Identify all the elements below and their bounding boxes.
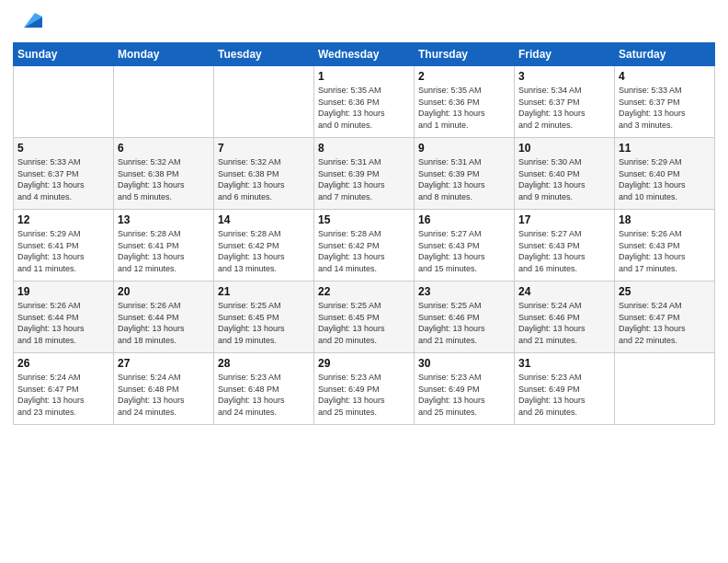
- day-number: 4: [619, 70, 711, 83]
- day-info: Sunrise: 5:32 AM Sunset: 6:38 PM Dayligh…: [118, 156, 210, 202]
- day-info: Sunrise: 5:24 AM Sunset: 6:47 PM Dayligh…: [17, 372, 109, 418]
- day-number: 11: [619, 142, 711, 155]
- day-info: Sunrise: 5:30 AM Sunset: 6:40 PM Dayligh…: [518, 156, 610, 202]
- empty-cell: [214, 66, 314, 138]
- calendar-day-cell: 9Sunrise: 5:31 AM Sunset: 6:39 PM Daylig…: [415, 138, 515, 210]
- day-number: 7: [218, 142, 310, 155]
- calendar-day-cell: 27Sunrise: 5:24 AM Sunset: 6:48 PM Dayli…: [114, 353, 214, 425]
- calendar-day-cell: 18Sunrise: 5:26 AM Sunset: 6:43 PM Dayli…: [615, 210, 715, 282]
- day-info: Sunrise: 5:32 AM Sunset: 6:38 PM Dayligh…: [218, 156, 310, 202]
- day-info: Sunrise: 5:24 AM Sunset: 6:47 PM Dayligh…: [619, 300, 711, 346]
- day-info: Sunrise: 5:24 AM Sunset: 6:48 PM Dayligh…: [118, 372, 210, 418]
- day-number: 29: [318, 357, 410, 370]
- logo: [13, 9, 42, 35]
- calendar-day-cell: 12Sunrise: 5:29 AM Sunset: 6:41 PM Dayli…: [14, 210, 114, 282]
- day-info: Sunrise: 5:23 AM Sunset: 6:49 PM Dayligh…: [518, 372, 610, 418]
- calendar-day-cell: 15Sunrise: 5:28 AM Sunset: 6:42 PM Dayli…: [314, 210, 415, 282]
- calendar-day-cell: 1Sunrise: 5:35 AM Sunset: 6:36 PM Daylig…: [314, 66, 415, 138]
- day-number: 22: [318, 285, 410, 298]
- day-info: Sunrise: 5:34 AM Sunset: 6:37 PM Dayligh…: [518, 85, 610, 131]
- calendar-day-cell: 8Sunrise: 5:31 AM Sunset: 6:39 PM Daylig…: [314, 138, 415, 210]
- day-number: 13: [118, 213, 210, 226]
- calendar-day-cell: 20Sunrise: 5:26 AM Sunset: 6:44 PM Dayli…: [114, 282, 214, 353]
- day-number: 10: [518, 142, 610, 155]
- calendar-day-cell: 21Sunrise: 5:25 AM Sunset: 6:45 PM Dayli…: [214, 282, 314, 353]
- day-info: Sunrise: 5:35 AM Sunset: 6:36 PM Dayligh…: [418, 85, 510, 131]
- day-number: 18: [619, 213, 711, 226]
- empty-cell: [615, 353, 715, 425]
- col-header-sunday: Sunday: [14, 43, 114, 66]
- col-header-thursday: Thursday: [415, 43, 515, 66]
- calendar-day-cell: 7Sunrise: 5:32 AM Sunset: 6:38 PM Daylig…: [214, 138, 314, 210]
- day-info: Sunrise: 5:26 AM Sunset: 6:44 PM Dayligh…: [118, 300, 210, 346]
- calendar-day-cell: 17Sunrise: 5:27 AM Sunset: 6:43 PM Dayli…: [515, 210, 615, 282]
- calendar-day-cell: 14Sunrise: 5:28 AM Sunset: 6:42 PM Dayli…: [214, 210, 314, 282]
- day-number: 8: [318, 142, 410, 155]
- calendar-week-row: 1Sunrise: 5:35 AM Sunset: 6:36 PM Daylig…: [14, 66, 715, 138]
- empty-cell: [14, 66, 114, 138]
- day-number: 24: [518, 285, 610, 298]
- day-number: 6: [118, 142, 210, 155]
- day-info: Sunrise: 5:31 AM Sunset: 6:39 PM Dayligh…: [418, 156, 510, 202]
- day-number: 3: [518, 70, 610, 83]
- calendar-day-cell: 10Sunrise: 5:30 AM Sunset: 6:40 PM Dayli…: [515, 138, 615, 210]
- calendar-table: SundayMondayTuesdayWednesdayThursdayFrid…: [13, 42, 715, 425]
- day-info: Sunrise: 5:25 AM Sunset: 6:46 PM Dayligh…: [418, 300, 510, 346]
- day-info: Sunrise: 5:28 AM Sunset: 6:41 PM Dayligh…: [118, 228, 210, 274]
- calendar-day-cell: 28Sunrise: 5:23 AM Sunset: 6:48 PM Dayli…: [214, 353, 314, 425]
- calendar-week-row: 19Sunrise: 5:26 AM Sunset: 6:44 PM Dayli…: [14, 282, 715, 353]
- day-info: Sunrise: 5:29 AM Sunset: 6:40 PM Dayligh…: [619, 156, 711, 202]
- calendar-day-cell: 2Sunrise: 5:35 AM Sunset: 6:36 PM Daylig…: [415, 66, 515, 138]
- calendar-day-cell: 31Sunrise: 5:23 AM Sunset: 6:49 PM Dayli…: [515, 353, 615, 425]
- empty-cell: [114, 66, 214, 138]
- day-number: 1: [318, 70, 410, 83]
- day-number: 12: [17, 213, 109, 226]
- calendar-header-row: SundayMondayTuesdayWednesdayThursdayFrid…: [14, 43, 715, 66]
- day-number: 19: [17, 285, 109, 298]
- day-number: 20: [118, 285, 210, 298]
- day-info: Sunrise: 5:25 AM Sunset: 6:45 PM Dayligh…: [318, 300, 410, 346]
- day-number: 27: [118, 357, 210, 370]
- day-number: 9: [418, 142, 510, 155]
- day-number: 26: [17, 357, 109, 370]
- day-number: 5: [17, 142, 109, 155]
- calendar-day-cell: 19Sunrise: 5:26 AM Sunset: 6:44 PM Dayli…: [14, 282, 114, 353]
- day-number: 23: [418, 285, 510, 298]
- calendar-week-row: 5Sunrise: 5:33 AM Sunset: 6:37 PM Daylig…: [14, 138, 715, 210]
- col-header-tuesday: Tuesday: [214, 43, 314, 66]
- day-info: Sunrise: 5:25 AM Sunset: 6:45 PM Dayligh…: [218, 300, 310, 346]
- day-number: 21: [218, 285, 310, 298]
- day-info: Sunrise: 5:27 AM Sunset: 6:43 PM Dayligh…: [518, 228, 610, 274]
- col-header-friday: Friday: [515, 43, 615, 66]
- calendar-week-row: 12Sunrise: 5:29 AM Sunset: 6:41 PM Dayli…: [14, 210, 715, 282]
- day-info: Sunrise: 5:24 AM Sunset: 6:46 PM Dayligh…: [518, 300, 610, 346]
- calendar-day-cell: 6Sunrise: 5:32 AM Sunset: 6:38 PM Daylig…: [114, 138, 214, 210]
- day-info: Sunrise: 5:28 AM Sunset: 6:42 PM Dayligh…: [218, 228, 310, 274]
- day-info: Sunrise: 5:28 AM Sunset: 6:42 PM Dayligh…: [318, 228, 410, 274]
- calendar-day-cell: 25Sunrise: 5:24 AM Sunset: 6:47 PM Dayli…: [615, 282, 715, 353]
- day-number: 31: [518, 357, 610, 370]
- day-info: Sunrise: 5:33 AM Sunset: 6:37 PM Dayligh…: [17, 156, 109, 202]
- day-info: Sunrise: 5:33 AM Sunset: 6:37 PM Dayligh…: [619, 85, 711, 131]
- day-number: 16: [418, 213, 510, 226]
- logo-icon: [17, 9, 42, 35]
- calendar-day-cell: 22Sunrise: 5:25 AM Sunset: 6:45 PM Dayli…: [314, 282, 415, 353]
- page: SundayMondayTuesdayWednesdayThursdayFrid…: [0, 0, 728, 563]
- day-info: Sunrise: 5:27 AM Sunset: 6:43 PM Dayligh…: [418, 228, 510, 274]
- calendar-day-cell: 5Sunrise: 5:33 AM Sunset: 6:37 PM Daylig…: [14, 138, 114, 210]
- day-info: Sunrise: 5:23 AM Sunset: 6:48 PM Dayligh…: [218, 372, 310, 418]
- day-number: 28: [218, 357, 310, 370]
- day-info: Sunrise: 5:26 AM Sunset: 6:44 PM Dayligh…: [17, 300, 109, 346]
- day-info: Sunrise: 5:35 AM Sunset: 6:36 PM Dayligh…: [318, 85, 410, 131]
- calendar-day-cell: 29Sunrise: 5:23 AM Sunset: 6:49 PM Dayli…: [314, 353, 415, 425]
- day-info: Sunrise: 5:31 AM Sunset: 6:39 PM Dayligh…: [318, 156, 410, 202]
- day-number: 17: [518, 213, 610, 226]
- col-header-saturday: Saturday: [615, 43, 715, 66]
- calendar-week-row: 26Sunrise: 5:24 AM Sunset: 6:47 PM Dayli…: [14, 353, 715, 425]
- calendar-day-cell: 3Sunrise: 5:34 AM Sunset: 6:37 PM Daylig…: [515, 66, 615, 138]
- calendar-day-cell: 16Sunrise: 5:27 AM Sunset: 6:43 PM Dayli…: [415, 210, 515, 282]
- day-number: 2: [418, 70, 510, 83]
- day-number: 25: [619, 285, 711, 298]
- header: [13, 9, 715, 35]
- calendar-day-cell: 4Sunrise: 5:33 AM Sunset: 6:37 PM Daylig…: [615, 66, 715, 138]
